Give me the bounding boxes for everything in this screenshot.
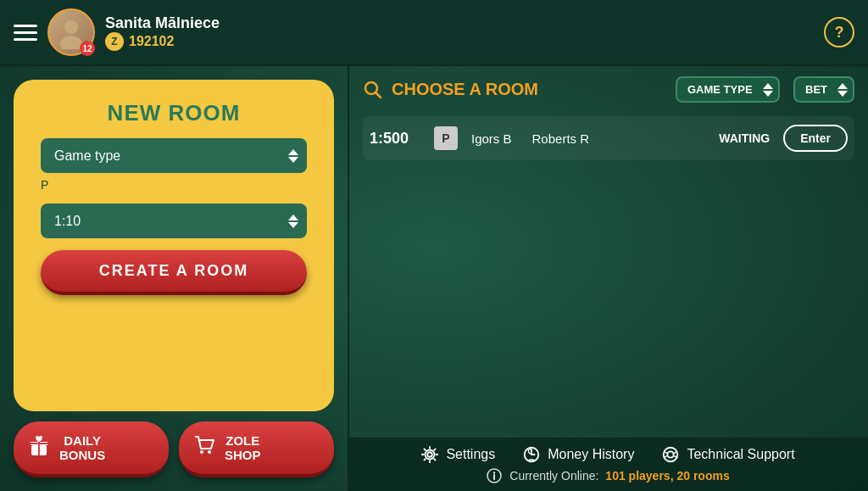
- online-stats: 101 players, 20 rooms: [605, 469, 729, 483]
- info-icon: [486, 467, 503, 484]
- svg-point-21: [493, 471, 495, 473]
- daily-bonus-label: DAILYBONUS: [59, 433, 105, 462]
- p-label: P: [41, 178, 48, 192]
- bet-filter-wrapper: BET: [793, 76, 854, 103]
- technical-support-icon: [661, 445, 680, 464]
- daily-bonus-button[interactable]: DAILYBONUS: [14, 421, 169, 477]
- game-type-filter[interactable]: GAME TYPE: [676, 76, 780, 103]
- user-coins: Z 192102: [105, 32, 220, 51]
- settings-link[interactable]: Settings: [420, 445, 495, 464]
- game-type-wrapper: Game type: [41, 138, 307, 173]
- svg-point-6: [200, 450, 203, 454]
- user-info: Sanita Mālniece Z 192102: [105, 14, 220, 51]
- zole-shop-label: ZOLESHOP: [225, 433, 261, 462]
- money-history-label: Money History: [548, 447, 634, 462]
- svg-point-0: [64, 20, 78, 34]
- room-status: WAITING: [719, 131, 770, 145]
- room-search-header: CHOOSE A ROOM GAME TYPE BET: [363, 76, 854, 103]
- settings-label: Settings: [446, 447, 495, 462]
- enter-room-button[interactable]: Enter: [783, 125, 848, 152]
- room-type-badge: P: [434, 126, 458, 150]
- room-bet: 1:500: [370, 130, 420, 148]
- svg-point-7: [208, 450, 211, 454]
- game-type-filter-wrapper: GAME TYPE: [676, 76, 780, 103]
- bet-wrapper: 1:10: [41, 204, 307, 238]
- footer-online-status: Currently Online: 101 players, 20 rooms: [486, 467, 729, 484]
- online-text: Currently Online:: [509, 469, 598, 483]
- technical-support-label: Technical Support: [687, 447, 794, 462]
- technical-support-link[interactable]: Technical Support: [661, 445, 794, 464]
- left-panel: NEW ROOM Game type P 1:10: [0, 66, 348, 491]
- bottom-buttons: DAILYBONUS ZOLESHOP: [14, 421, 334, 477]
- bet-select[interactable]: 1:10: [41, 204, 307, 238]
- svg-point-11: [426, 450, 435, 460]
- game-type-select[interactable]: Game type: [41, 138, 307, 173]
- player2: Roberts R: [532, 131, 590, 146]
- footer: Settings Money History: [348, 438, 868, 491]
- room-list: 1:500 P Igors B Roberts R WAITING Enter: [363, 116, 854, 481]
- table-row: 1:500 P Igors B Roberts R WAITING Enter: [363, 116, 854, 160]
- hamburger-menu[interactable]: [14, 25, 37, 41]
- svg-point-14: [668, 451, 674, 457]
- zole-shop-button[interactable]: ZOLESHOP: [179, 421, 334, 477]
- avatar-container: 12: [47, 8, 95, 56]
- money-history-link[interactable]: Money History: [522, 445, 634, 464]
- right-panel: CHOOSE A ROOM GAME TYPE BET: [348, 66, 868, 491]
- footer-links: Settings Money History: [420, 445, 794, 464]
- username: Sanita Mālniece: [105, 14, 220, 32]
- create-room-button[interactable]: CREATE A ROOM: [41, 250, 307, 295]
- gift-icon: [27, 433, 51, 462]
- settings-icon: [420, 445, 439, 464]
- money-history-icon: [522, 445, 541, 464]
- svg-point-10: [428, 452, 433, 457]
- svg-line-9: [376, 92, 381, 98]
- notification-badge: 12: [80, 41, 95, 56]
- search-icon: [363, 80, 383, 100]
- svg-point-13: [664, 448, 678, 462]
- help-button[interactable]: ?: [824, 17, 854, 47]
- new-room-title: NEW ROOM: [108, 100, 241, 126]
- room-players: Igors B Roberts R: [471, 131, 705, 146]
- player1: Igors B: [471, 131, 512, 146]
- coin-amount: 192102: [129, 34, 174, 49]
- bet-filter[interactable]: BET: [793, 76, 854, 103]
- header: 12 Sanita Mālniece Z 192102 ?: [0, 0, 868, 66]
- coin-icon: Z: [105, 32, 124, 51]
- new-room-card: NEW ROOM Game type P 1:10: [14, 80, 334, 411]
- content-area: NEW ROOM Game type P 1:10: [0, 66, 868, 491]
- choose-room-label: CHOOSE A ROOM: [363, 80, 662, 100]
- cart-icon: [192, 433, 216, 462]
